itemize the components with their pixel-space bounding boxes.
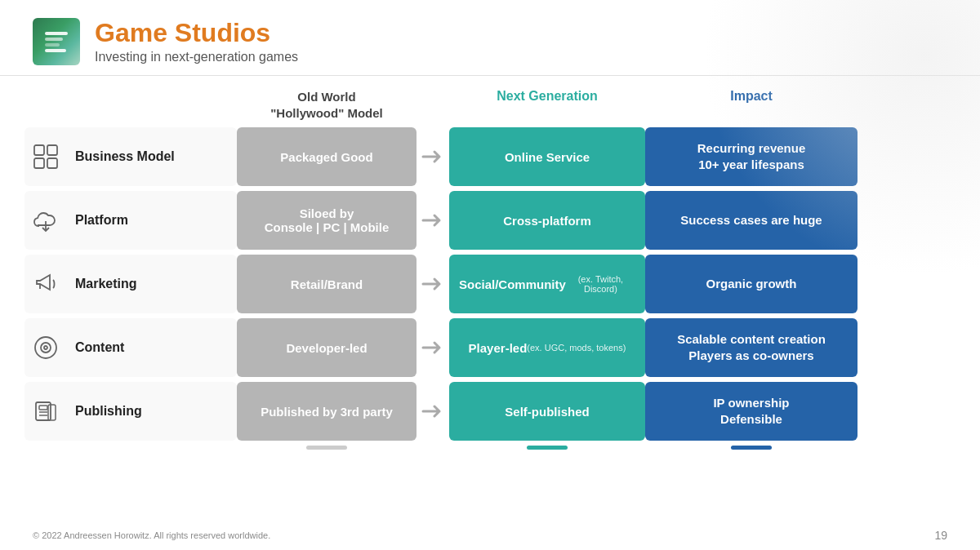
- svg-rect-9: [39, 406, 47, 410]
- arrow-publishing: [416, 382, 449, 441]
- logo-line-1: [45, 32, 68, 35]
- svg-rect-2: [34, 158, 44, 168]
- cell-old-content: Developer-led: [237, 318, 416, 377]
- arrow-content: [416, 318, 449, 377]
- table-row-marketing: Marketing Retail/Brand Social/Community(…: [24, 255, 956, 313]
- cell-impact-marketing: Organic growth: [645, 255, 858, 313]
- col-header-old-world: Old World "Hollywood" Model: [237, 84, 416, 127]
- table-row-content: Content Developer-led Player-led(ex. UGC…: [24, 318, 956, 377]
- arrow-business-model: [416, 127, 449, 186]
- table-row-platform: Platform Siloed byConsole | PC | Mobile …: [24, 191, 956, 250]
- scroll-ind-old: [237, 444, 416, 451]
- cell-next-content: Player-led(ex. UGC, mods, tokens): [449, 318, 645, 377]
- row-label-platform: Platform: [24, 191, 237, 250]
- arrow-marketing: [416, 255, 449, 313]
- comparison-table: Old World "Hollywood" Model Next Generat…: [24, 84, 956, 451]
- cell-impact-business-model: Recurring revenue10+ year lifespans: [645, 127, 858, 186]
- logo: [33, 18, 80, 65]
- slide-header: Game Studios Investing in next-generatio…: [0, 0, 980, 76]
- logo-line-4: [45, 49, 66, 52]
- svg-point-5: [35, 337, 56, 358]
- svg-rect-1: [47, 145, 57, 155]
- table-row-publishing: Publishing Published by 3rd party Self-p…: [24, 382, 956, 441]
- cell-impact-publishing: IP ownershipDefensible: [645, 382, 858, 441]
- row-label-business-model: Business Model: [24, 127, 237, 186]
- cell-old-marketing: Retail/Brand: [237, 255, 416, 313]
- row-label-publishing: Publishing: [24, 382, 237, 441]
- page-number: 19: [934, 529, 947, 542]
- row-label-text-publishing: Publishing: [75, 404, 142, 419]
- row-label-content: Content: [24, 318, 237, 377]
- col-header-impact: Impact: [645, 84, 858, 127]
- cell-next-business-model: Online Service: [449, 127, 645, 186]
- page-subtitle: Investing in next-generation games: [95, 50, 298, 64]
- main-content: Old World "Hollywood" Model Next Generat…: [0, 76, 980, 451]
- column-headers: Old World "Hollywood" Model Next Generat…: [24, 84, 956, 127]
- disc-icon: [28, 330, 64, 366]
- cell-next-platform: Cross-platform: [449, 191, 645, 250]
- cell-next-publishing: Self-published: [449, 382, 645, 441]
- newspaper-icon: [28, 393, 64, 429]
- table-rows: Business Model Packaged Good Online Serv…: [24, 127, 956, 441]
- svg-point-7: [44, 346, 47, 349]
- row-label-text-content: Content: [75, 340, 124, 355]
- arrow-platform: [416, 191, 449, 250]
- scroll-indicators: [24, 444, 956, 451]
- scroll-bar-old: [306, 446, 347, 450]
- cell-old-business-model: Packaged Good: [237, 127, 416, 186]
- logo-line-3: [45, 43, 60, 47]
- row-label-marketing: Marketing: [24, 255, 237, 313]
- page-title: Game Studios: [95, 19, 298, 47]
- cubes-icon: [28, 139, 64, 175]
- megaphone-icon: [28, 266, 64, 302]
- svg-rect-0: [34, 145, 44, 155]
- scroll-ind-empty: [24, 444, 237, 451]
- header-text: Game Studios Investing in next-generatio…: [95, 19, 298, 64]
- svg-rect-12: [48, 405, 56, 420]
- row-label-text-marketing: Marketing: [75, 277, 137, 291]
- scroll-ind-arrow: [416, 444, 449, 451]
- scroll-ind-next: [449, 444, 645, 451]
- logo-lines: [45, 32, 68, 52]
- cloud-icon: [28, 202, 64, 238]
- copyright: © 2022 Andreessen Horowitz. All rights r…: [33, 530, 270, 540]
- scroll-bar-impact: [731, 446, 772, 450]
- scroll-bar-next: [527, 446, 568, 450]
- cell-old-platform: Siloed byConsole | PC | Mobile: [237, 191, 416, 250]
- svg-rect-3: [47, 158, 57, 168]
- cell-impact-platform: Success cases are huge: [645, 191, 858, 250]
- slide: Game Studios Investing in next-generatio…: [0, 0, 980, 550]
- cell-next-marketing: Social/Community(ex. Twitch, Discord): [449, 255, 645, 313]
- row-label-text-platform: Platform: [75, 213, 128, 228]
- table-row-business-model: Business Model Packaged Good Online Serv…: [24, 127, 956, 186]
- logo-line-2: [45, 38, 63, 41]
- col-header-empty: [24, 84, 237, 127]
- cell-impact-content: Scalable content creationPlayers as co-o…: [645, 318, 858, 377]
- row-label-text-business-model: Business Model: [75, 149, 175, 164]
- col-header-next-gen: Next Generation: [449, 84, 645, 127]
- cell-old-publishing: Published by 3rd party: [237, 382, 416, 441]
- svg-point-6: [41, 343, 51, 353]
- col-arrow-spacer: [416, 84, 449, 127]
- slide-footer: © 2022 Andreessen Horowitz. All rights r…: [33, 529, 947, 542]
- scroll-ind-impact: [645, 444, 858, 451]
